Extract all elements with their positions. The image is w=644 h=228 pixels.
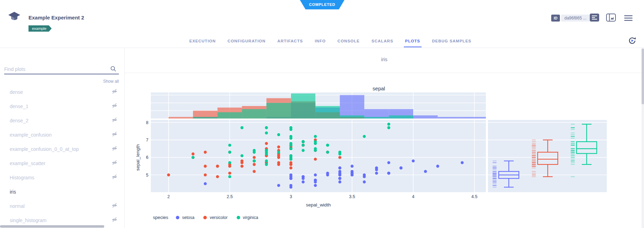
x-tick-label: 2 xyxy=(168,194,170,199)
plot-item-label: dense_1 xyxy=(10,104,28,109)
app-window: 22.533.544.58765sepalsepal_widthsepal_le… xyxy=(0,0,644,228)
menu-icon[interactable] xyxy=(624,15,633,23)
legend-dot xyxy=(203,216,207,219)
eye-off-icon[interactable] xyxy=(112,103,117,109)
experiment-title: Example Experiment 2 xyxy=(28,15,84,21)
plot-item-label: example_scatter xyxy=(10,161,46,166)
eye-off-icon[interactable] xyxy=(112,174,117,181)
plot-list-item-histograms[interactable]: Histograms xyxy=(0,170,124,185)
plot-item-label: single_histogram xyxy=(10,218,47,223)
tab-debug-samples[interactable]: DEBUG SAMPLES xyxy=(431,38,473,47)
status-ribbon: COMPLETED xyxy=(300,0,344,9)
plot-list-item-iris[interactable]: iris xyxy=(0,185,124,199)
tab-plots[interactable]: PLOTS xyxy=(404,38,422,47)
experiment-id-value[interactable]: da96f865 ... xyxy=(561,15,590,22)
x-tick-label: 2.5 xyxy=(227,194,233,199)
plot-item-label: Histograms xyxy=(10,175,34,180)
x-tick-label: 3.5 xyxy=(349,194,355,199)
plot-item-label: example_confusion xyxy=(10,132,52,138)
plot-list-item-dense[interactable]: dense xyxy=(0,85,124,99)
legend-dot xyxy=(237,216,240,219)
legend-entry-virginica[interactable]: virginica xyxy=(237,215,258,220)
plot-item-label: dense xyxy=(10,89,23,95)
auto-refresh-icon[interactable] xyxy=(628,36,637,47)
eye-off-icon[interactable] xyxy=(112,146,117,152)
id-badge: ID xyxy=(551,15,560,22)
tab-artifacts[interactable]: ARTIFACTS xyxy=(276,38,304,47)
plot-group-title: iris xyxy=(124,57,644,62)
plot-group-divider xyxy=(124,73,644,73)
sidebar-divider xyxy=(124,48,125,228)
x-tick-label: 4 xyxy=(412,194,415,199)
legend-label: setosa xyxy=(182,215,194,220)
tab-scalars[interactable]: SCALARS xyxy=(370,38,395,47)
search-input[interactable] xyxy=(4,65,119,74)
plot-item-label: iris xyxy=(10,189,16,195)
plot-list: densedense_1dense_2example_confusionexam… xyxy=(0,85,124,227)
x-tick-label: 4.5 xyxy=(471,194,477,199)
x-tick-label: 3 xyxy=(290,194,292,199)
y-axis-title: sepal_length xyxy=(135,144,140,171)
tab-configuration[interactable]: CONFIGURATION xyxy=(226,38,267,47)
tab-bar: EXECUTIONCONFIGURATIONARTIFACTSINFOCONSO… xyxy=(0,38,644,47)
eye-off-icon[interactable] xyxy=(112,117,117,124)
eye-off-icon[interactable] xyxy=(112,131,117,138)
show-all-link[interactable]: Show all xyxy=(84,79,119,84)
header-divider xyxy=(0,48,644,48)
tab-execution[interactable]: EXECUTION xyxy=(188,38,217,47)
search-icon xyxy=(110,66,116,73)
tab-console[interactable]: CONSOLE xyxy=(336,38,361,47)
chart-title: sepal xyxy=(373,86,385,91)
plot-list-item-dense-1[interactable]: dense_1 xyxy=(0,99,124,113)
tab-info[interactable]: INFO xyxy=(313,38,327,47)
plot-list-item-example-scatter[interactable]: example_scatter xyxy=(0,156,124,170)
graduation-cap-icon xyxy=(8,11,21,24)
plot-list-item-normal[interactable]: normal xyxy=(0,199,124,213)
vertical-scrollbar-thumb[interactable] xyxy=(642,49,644,104)
details-view-icon[interactable] xyxy=(590,14,599,23)
eye-off-icon[interactable] xyxy=(112,89,117,95)
eye-off-icon[interactable] xyxy=(112,160,117,166)
legend-title: species xyxy=(153,215,168,220)
plot-item-label: example_confusion_0_0_at_top xyxy=(10,146,79,152)
x-axis-title: sepal_width xyxy=(306,202,331,207)
split-panel-icon[interactable] xyxy=(606,14,616,23)
legend-entry-setosa[interactable]: setosa xyxy=(176,215,194,220)
y-tick-label: 7 xyxy=(146,138,148,142)
horizontal-scrollbar[interactable] xyxy=(0,225,104,228)
legend-entry-versicolor[interactable]: versicolor xyxy=(203,215,227,220)
plot-legend: speciessetosaversicolorvirginica xyxy=(153,215,267,220)
legend-label: virginica xyxy=(243,215,258,220)
plot-item-label: normal xyxy=(10,203,25,209)
legend-dot xyxy=(176,216,179,219)
y-tick-label: 8 xyxy=(146,120,148,125)
plot-item-label: dense_2 xyxy=(10,118,28,123)
y-tick-label: 6 xyxy=(146,155,148,160)
eye-off-icon[interactable] xyxy=(112,203,117,209)
eye-off-icon[interactable] xyxy=(112,217,117,223)
y-tick-label: 5 xyxy=(146,173,148,178)
legend-label: versicolor xyxy=(210,215,227,220)
plot-list-item-dense-2[interactable]: dense_2 xyxy=(0,113,124,128)
experiment-tag[interactable]: example xyxy=(28,25,52,32)
plot-list-item-example-confusion[interactable]: example_confusion xyxy=(0,128,124,142)
plot-list-item-example-confusion-0-0-at-top[interactable]: example_confusion_0_0_at_top xyxy=(0,142,124,156)
